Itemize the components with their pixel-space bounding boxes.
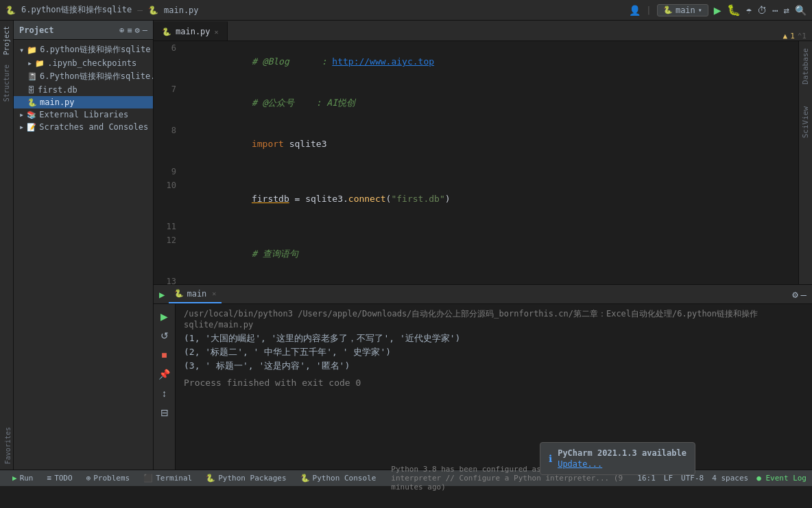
tree-root-folder[interactable]: ▾ 📁 6.python链接和操作sqlite ~/...: [14, 43, 153, 57]
tree-item-mainpy[interactable]: 🐍 main.py: [14, 96, 153, 108]
code-editor[interactable]: 6 # @Blog : http://www.aiyc.top 7 # @公众号…: [154, 41, 798, 284]
user-icon[interactable]: 👤: [629, 5, 641, 16]
line-content-13: query_sql = "select * from info": [184, 275, 798, 284]
project-header-icons: ⊕ ≡ ⚙ —: [119, 25, 147, 35]
project-panel: Project ⊕ ≡ ⚙ — ▾ 📁 6.python链接和操作sqlite …: [14, 21, 154, 470]
checkpoints-icon: 📁: [35, 59, 45, 68]
fn-connect: connect: [348, 194, 386, 204]
database-label[interactable]: Database: [800, 44, 811, 89]
run-tab-close-icon[interactable]: ✕: [212, 290, 216, 297]
status-tab-python-console[interactable]: 🐍 Python Console: [294, 470, 383, 487]
run-tab-main[interactable]: 🐍 main ✕: [169, 285, 222, 303]
run-output-2: (2, '标题二', ' 中华上下五千年', ' 史学家'): [184, 346, 804, 358]
window-file-icon: 🐍: [148, 5, 158, 15]
status-tab-terminal[interactable]: ⬛ Terminal: [136, 470, 199, 487]
status-tab-run[interactable]: ▶ Run: [5, 470, 40, 487]
scratches-label: Scratches and Consoles: [39, 122, 148, 132]
run-scroll-btn[interactable]: ↕: [159, 385, 169, 402]
cmt-query: # 查询语句: [252, 249, 298, 259]
run-config-display[interactable]: 🐍 main ▾: [657, 4, 708, 16]
line-content-9: [184, 165, 798, 178]
debug-button[interactable]: 🐛: [727, 3, 741, 16]
sciview-label[interactable]: SciView: [800, 102, 811, 142]
tab-label: main.py: [176, 27, 211, 36]
tree-item-scratches[interactable]: ▸ 📝 Scratches and Consoles: [14, 121, 153, 133]
project-header-label: Project: [19, 25, 54, 35]
code-line-8: 8 import sqlite3: [154, 124, 798, 165]
separator: |: [646, 5, 652, 15]
line-content-12: # 查询语句: [184, 233, 798, 275]
tab-close-icon[interactable]: ✕: [215, 28, 219, 36]
tree-item-checkpoints[interactable]: ▸ 📁 .ipynb_checkpoints: [14, 57, 153, 69]
code-line-7: 7 # @公众号 : AI悦创: [154, 82, 798, 124]
line-num-13: 13: [154, 275, 184, 284]
run-minimize-icon[interactable]: —: [801, 289, 807, 300]
run-settings-icon[interactable]: ⚙: [792, 289, 798, 300]
code-line-6: 6 # @Blog : http://www.aiyc.top: [154, 41, 798, 82]
structure-icon[interactable]: Structure: [1, 62, 12, 104]
editor-tabs: 🐍 main.py ✕ ▲ 1 ⌃1: [154, 21, 812, 41]
line-content-8: import sqlite3: [184, 124, 798, 165]
code-line-9: 9: [154, 165, 798, 178]
run-panel-header: ▶ 🐍 main ✕ ⚙ —: [154, 285, 812, 304]
python-packages-icon: 🐍: [206, 474, 215, 483]
notif-content: PyCharm 2021.1.3 available Update...: [558, 448, 686, 469]
notif-update-link[interactable]: Update...: [558, 459, 686, 469]
url-blog[interactable]: http://www.aiyc.top: [332, 56, 434, 67]
scratches-chevron: ▸: [19, 122, 24, 132]
coverage-button[interactable]: ☂: [746, 5, 752, 16]
run-filter-btn[interactable]: ⊟: [158, 404, 171, 421]
db-icon: 🗄: [27, 86, 35, 95]
project-panel-header: Project ⊕ ≡ ⚙ —: [14, 21, 153, 40]
tab-icon: 🐍: [162, 27, 171, 36]
project-collapse-icon[interactable]: ≡: [127, 25, 132, 35]
tree-item-external-libs[interactable]: ▸ 📚 External Libraries: [14, 108, 153, 121]
python-console-icon: 🐍: [300, 474, 310, 483]
run-rerun-btn[interactable]: ↺: [158, 327, 171, 344]
root-folder-icon: 📁: [27, 45, 37, 55]
problems-icon: ⊕: [86, 474, 91, 483]
kw-import: import: [252, 139, 284, 149]
search-icon[interactable]: 🔍: [795, 5, 807, 16]
checkpoints-label: .ipynb_checkpoints: [47, 58, 136, 68]
favorites-icon[interactable]: Favorites: [3, 424, 13, 467]
profile-button[interactable]: ⏱: [757, 5, 767, 16]
status-tab-todo[interactable]: ≡ TODO: [40, 470, 80, 487]
project-tree: ▾ 📁 6.python链接和操作sqlite ~/... ▸ 📁 .ipynb…: [14, 40, 153, 470]
run-stop-btn[interactable]: ■: [158, 347, 169, 363]
status-tab-problems[interactable]: ⊕ Problems: [80, 470, 137, 487]
pycharm-notification: ℹ PyCharm 2021.1.3 available Update...: [540, 442, 695, 475]
editor-tab-mainpy[interactable]: 🐍 main.py ✕: [154, 21, 228, 41]
var-firstdb: firstdb: [252, 194, 289, 204]
project-icon[interactable]: Project: [1, 23, 12, 58]
plain-sqlite3: sqlite3: [284, 139, 327, 149]
run-play-btn[interactable]: ▶: [158, 308, 171, 325]
tree-item-ipynb[interactable]: 📓 6.Python链接和操作sqlite.ip: [14, 69, 153, 84]
run-button[interactable]: ▶: [714, 3, 721, 17]
problems-text: Problems: [93, 474, 130, 483]
status-tab-python-packages[interactable]: 🐍 Python Packages: [199, 470, 293, 487]
event-log-label[interactable]: ● Event Log: [756, 474, 807, 483]
notif-title: PyCharm 2021.1.3 available: [558, 448, 686, 458]
status-indent[interactable]: 4 spaces: [712, 474, 748, 483]
translate-icon[interactable]: ⇄: [784, 5, 789, 16]
str-firstdb: "first.db": [391, 194, 444, 204]
project-gear-icon[interactable]: ⚙: [135, 25, 140, 35]
more-button[interactable]: ⋯: [772, 5, 778, 16]
terminal-text: Terminal: [156, 474, 192, 483]
run-pin-btn[interactable]: 📌: [156, 366, 173, 382]
project-close-icon[interactable]: —: [143, 25, 147, 35]
event-log-dot: ●: [756, 474, 761, 483]
run-side-icons: ▶ ↺ ■ 📌 ↕ ⊟: [154, 304, 176, 470]
tree-item-db[interactable]: 🗄 first.db: [14, 84, 153, 96]
project-locate-icon[interactable]: ⊕: [119, 25, 124, 35]
title-bar: 🐍 6.python链接和操作sqlite – 🐍 main.py 👤 | 🐍 …: [0, 0, 812, 21]
root-chevron-icon: ▾: [19, 45, 24, 55]
warning-badge: ▲ 1 ⌃1: [778, 32, 813, 41]
code-line-10: 10 firstdb = sqlite3.connect("first.db"): [154, 178, 798, 220]
title-sep: –: [137, 5, 143, 15]
run-output-1: (1, '大国的崛起', '这里的内容老多了，不写了', '近代史学家'): [184, 332, 804, 345]
main-layout: Project Structure Favorites Project ⊕ ≡ …: [0, 21, 812, 470]
cmt-wechat: # @公众号 : AI悦创: [252, 97, 355, 108]
run-finished: Process finished with exit code 0: [184, 378, 804, 388]
